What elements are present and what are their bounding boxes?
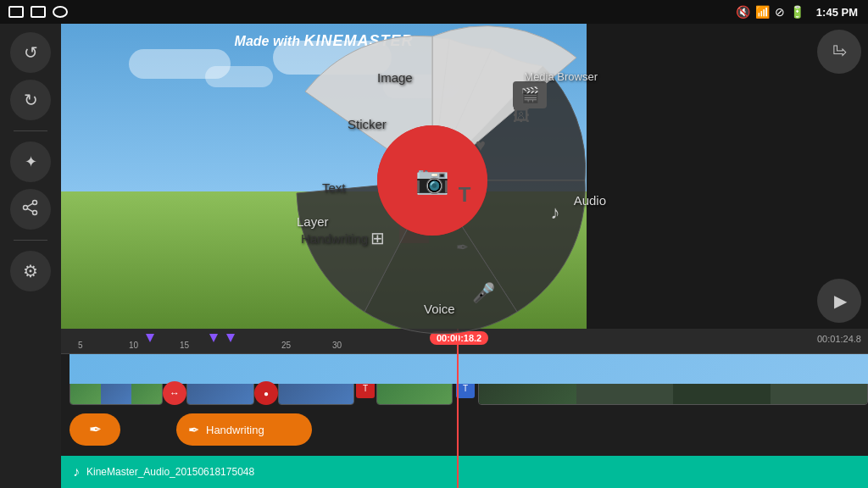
handwriting-icon-1: ✒ (89, 420, 102, 439)
share-button[interactable] (10, 189, 51, 230)
connector-1[interactable]: ↔ (163, 381, 186, 405)
svg-text:♥: ♥ (476, 136, 486, 154)
lower-tracks: ✒ ✒ Handwriting (61, 408, 868, 451)
clips-row: ↔ ● T T (70, 354, 868, 408)
mark-30: 30 (332, 341, 383, 350)
sidebar-divider-1 (14, 130, 47, 131)
status-left-icons (8, 0, 68, 24)
redo-button[interactable]: ↻ (10, 80, 51, 120)
total-time: 00:01:24.8 (817, 334, 861, 344)
sidebar-divider-2 (14, 240, 47, 241)
svg-text:⊞: ⊞ (370, 229, 385, 247)
connector-2[interactable]: ● (254, 381, 278, 405)
icon3 (53, 6, 68, 18)
undo-button[interactable]: ↺ (10, 32, 51, 73)
share-icon (22, 199, 39, 220)
settings-button[interactable]: ⚙ (10, 251, 51, 291)
handwriting-icon-2: ✒ (188, 422, 199, 438)
mark-15: 15 (180, 341, 231, 350)
wifi-icon: 📶 (755, 5, 770, 19)
redo-icon: ↻ (24, 90, 38, 110)
clip-4[interactable] (376, 358, 453, 405)
block-icon: ⊘ (775, 5, 785, 19)
mute-icon: 🔇 (736, 5, 750, 19)
mark-5: 5 (78, 341, 129, 350)
undo-icon: ↺ (24, 42, 38, 63)
connector-icon: ↔ (170, 387, 180, 399)
handwriting-track-1[interactable]: ✒ (70, 413, 120, 446)
status-right-icons: 🔇 📶 ⊘ 🔋 1:45 PM (736, 5, 858, 19)
clip-4-thumb (376, 358, 453, 384)
svg-text:🎬: 🎬 (520, 86, 540, 104)
timeline-area: 5 10 15 25 30 00:00:18.2 00:01:24.8 ↔ ● (61, 329, 868, 488)
play-icon: ▶ (834, 291, 847, 311)
radial-menu: 📷 🎬 ♪ 🎤 ⊞ 🖼 ♥ T ✒ Media Browser Audio Vo… (254, 24, 610, 337)
svg-text:T: T (459, 183, 471, 206)
svg-text:✒: ✒ (456, 239, 469, 256)
svg-point-2 (33, 210, 37, 214)
svg-text:♪: ♪ (551, 202, 560, 223)
radial-menu-svg: 📷 🎬 ♪ 🎤 ⊞ 🖼 ♥ T ✒ (254, 24, 610, 337)
mark-10: 10 (129, 341, 180, 350)
sidebar: ↺ ↻ ✦ ⚙ (0, 24, 61, 488)
svg-line-3 (27, 203, 33, 207)
handwriting-label-text: Handwriting (206, 424, 264, 436)
svg-text:📷: 📷 (415, 164, 449, 196)
svg-line-4 (27, 208, 33, 212)
svg-point-0 (33, 200, 37, 204)
audio-track[interactable]: ♪ KineMaster_Audio_20150618175048 (61, 456, 868, 488)
effects-button[interactable]: ✦ (10, 141, 51, 182)
exit-icon: ⏎ (832, 42, 847, 62)
connector2-icon: ● (264, 389, 269, 398)
svg-text:🎤: 🎤 (472, 281, 496, 304)
music-note-icon: ♪ (73, 464, 80, 480)
battery-icon: 🔋 (790, 5, 804, 19)
svg-point-1 (24, 205, 28, 209)
icon2 (31, 6, 46, 18)
status-time: 1:45 PM (816, 6, 858, 19)
play-button[interactable]: ▶ (817, 279, 861, 323)
audio-track-label: KineMaster_Audio_20150618175048 (86, 466, 254, 478)
battery-icon-left (8, 6, 24, 18)
mark-25: 25 (281, 341, 332, 350)
exit-button[interactable]: ⏎ (817, 30, 861, 74)
effects-icon: ✦ (25, 152, 37, 171)
svg-text:🖼: 🖼 (513, 106, 530, 125)
playhead (457, 329, 459, 488)
handwriting-track-2[interactable]: ✒ Handwriting (176, 413, 312, 446)
settings-icon: ⚙ (23, 261, 38, 281)
status-bar: 🔇 📶 ⊘ 🔋 1:45 PM (0, 0, 868, 24)
